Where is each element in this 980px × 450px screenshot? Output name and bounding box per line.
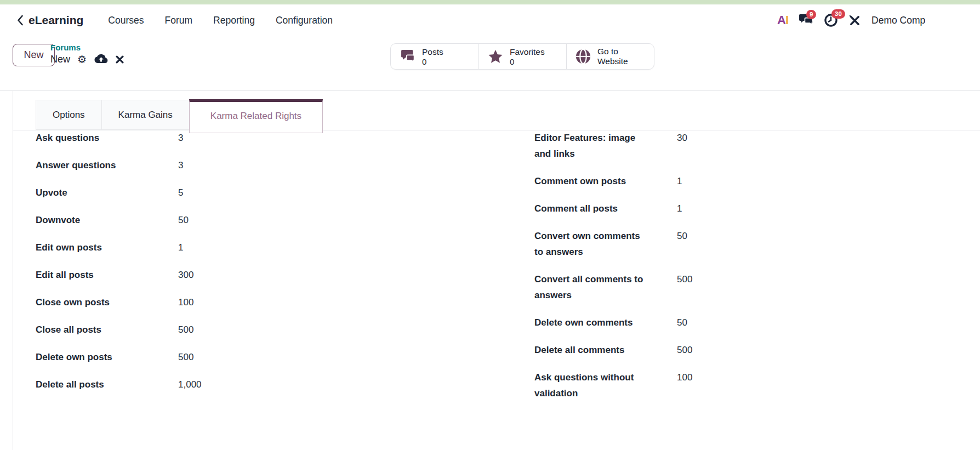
field-row: Ask questions without validation100 [534, 369, 792, 401]
field-row: Delete all posts1,000 [36, 377, 293, 392]
field-value-input[interactable]: 1 [677, 173, 682, 189]
back-chevron-icon[interactable] [16, 15, 24, 26]
field-label: Close own posts [36, 294, 146, 310]
field-value-input[interactable]: 1 [677, 201, 682, 217]
company-switcher[interactable]: Demo Comp [871, 15, 925, 26]
field-row: Downvote50 [36, 212, 293, 228]
app-name[interactable]: eLearning [29, 14, 83, 27]
menu-forum[interactable]: Forum [155, 10, 203, 31]
field-value-input[interactable]: 30 [677, 130, 687, 162]
comments-icon [399, 49, 416, 64]
field-label: Edit all posts [36, 267, 146, 283]
field-label: Editor Features: image and links [534, 130, 645, 162]
field-row: Edit all posts300 [36, 267, 293, 283]
field-row: Delete own posts500 [36, 349, 293, 365]
field-row: Upvote5 [36, 185, 293, 201]
stat-button-go-to-website[interactable]: Go to Website [566, 44, 654, 69]
menu-reporting[interactable]: Reporting [203, 10, 265, 31]
stat-button-label: Posts [422, 47, 443, 57]
field-row: Comment all posts1 [534, 201, 792, 217]
sheet-top-border [0, 90, 980, 91]
top-navigation: eLearning CoursesForumReportingConfigura… [16, 4, 343, 36]
field-label: Downvote [36, 212, 146, 228]
menu-bar: CoursesForumReportingConfiguration [98, 10, 343, 31]
gear-icon[interactable]: ⚙ [77, 54, 87, 65]
new-record-button[interactable]: New [13, 44, 55, 66]
field-label: Convert all comments to answers [534, 271, 645, 303]
messages-badge: 9 [806, 10, 816, 19]
breadcrumb: Forums New ⚙ [50, 43, 124, 65]
field-value-input[interactable]: 500 [178, 322, 193, 338]
activities-menu[interactable]: 30 [824, 13, 838, 27]
notebook-tabs: OptionsKarma GainsKarma Related Rights [13, 100, 980, 130]
star-icon [487, 49, 504, 65]
odoo-elearning-forum-form: eLearning CoursesForumReportingConfigura… [0, 0, 980, 450]
menu-courses[interactable]: Courses [98, 10, 154, 31]
field-value-input[interactable]: 3 [178, 130, 183, 146]
stat-button-group: Posts0Favorites0Go to Website [390, 43, 654, 70]
field-value-input[interactable]: 50 [677, 315, 687, 331]
globe-icon [575, 48, 591, 65]
menu-configuration[interactable]: Configuration [265, 10, 343, 31]
field-value-input[interactable]: 1 [178, 240, 183, 255]
messages-menu[interactable]: 9 [799, 14, 813, 27]
field-row: Delete all comments500 [534, 342, 792, 358]
field-value-input[interactable]: 1,000 [178, 377, 202, 392]
field-row: Convert own comments to answers50 [534, 228, 792, 260]
debug-tools-menu[interactable] [848, 14, 861, 27]
field-row: Delete own comments50 [534, 315, 792, 331]
stat-button-favorites[interactable]: Favorites0 [478, 44, 566, 69]
field-value-input[interactable]: 5 [178, 185, 183, 201]
stat-button-posts[interactable]: Posts0 [391, 44, 478, 69]
field-value-input[interactable]: 3 [178, 157, 183, 173]
breadcrumb-current: New [50, 54, 70, 65]
stat-button-label: Favorites [510, 47, 545, 57]
field-label: Comment all posts [534, 201, 645, 217]
stat-button-label: Go to Website [597, 47, 635, 66]
field-row: Edit own posts1 [36, 240, 293, 255]
field-row: Comment own posts1 [534, 173, 792, 189]
field-label: Delete own posts [36, 349, 146, 365]
field-label: Answer questions [36, 157, 146, 173]
field-label: Delete all comments [534, 342, 645, 358]
company-name: Demo Comp [871, 15, 925, 26]
field-row: Close own posts100 [36, 294, 293, 310]
stat-button-value: 0 [510, 57, 545, 66]
field-label: Delete own comments [534, 315, 645, 331]
tab-karma-gains[interactable]: Karma Gains [101, 100, 190, 130]
cloud-save-icon[interactable] [94, 53, 109, 65]
field-value-input[interactable]: 100 [178, 294, 193, 310]
app-home-menu[interactable]: eLearning [16, 14, 83, 27]
field-value-input[interactable]: 500 [178, 349, 193, 365]
stat-button-value: 0 [422, 57, 443, 66]
field-row: Editor Features: image and links30 [534, 130, 792, 162]
field-label: Upvote [36, 185, 146, 201]
field-label: Close all posts [36, 322, 146, 338]
field-label: Ask questions [36, 130, 146, 146]
karma-rights-right-column: Editor Features: image and links30Commen… [534, 130, 792, 413]
field-label: Comment own posts [534, 173, 645, 189]
field-value-input[interactable]: 500 [677, 342, 692, 358]
systray: AI 9 30 Demo Comp [777, 7, 925, 34]
top-banner [0, 0, 980, 4]
field-label: Edit own posts [36, 240, 146, 255]
field-label: Ask questions without validation [534, 369, 645, 401]
field-value-input[interactable]: 50 [178, 212, 189, 228]
field-label: Convert own comments to answers [534, 228, 645, 260]
field-value-input[interactable]: 50 [677, 228, 687, 260]
field-row: Convert all comments to answers500 [534, 271, 792, 303]
field-value-input[interactable]: 100 [677, 369, 692, 401]
field-label: Delete all posts [36, 377, 146, 392]
tab-karma-related-rights[interactable]: Karma Related Rights [189, 99, 323, 133]
ai-assistant-icon[interactable]: AI [777, 13, 788, 27]
karma-rights-left-column: Ask questions3Answer questions3Upvote5Do… [36, 130, 293, 404]
breadcrumb-forums-link[interactable]: Forums [50, 43, 124, 52]
field-row: Answer questions3 [36, 157, 293, 173]
tools-icon [848, 14, 861, 27]
field-value-input[interactable]: 500 [677, 271, 692, 303]
activities-badge: 30 [831, 9, 845, 19]
field-row: Close all posts500 [36, 322, 293, 338]
tab-options[interactable]: Options [36, 100, 102, 130]
field-value-input[interactable]: 300 [178, 267, 193, 283]
discard-icon[interactable] [116, 55, 124, 64]
